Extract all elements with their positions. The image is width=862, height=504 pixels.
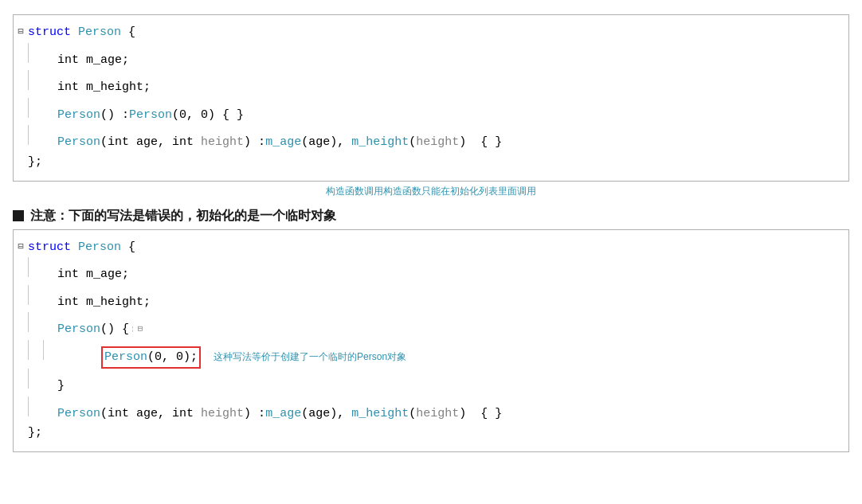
spacer-2-5 xyxy=(14,378,28,394)
keyword-struct-2: struct xyxy=(28,240,78,254)
person-constructor-2-1: Person xyxy=(57,322,100,336)
person-ref-2: Person xyxy=(104,350,147,364)
note-line: 注意：下面的写法是错误的，初始化的是一个临时对象 xyxy=(13,201,849,229)
age-param: age, xyxy=(129,135,172,149)
int-keyword-2-4: int xyxy=(172,407,194,420)
brace-open-2: { xyxy=(121,240,135,254)
m-height-init-2: m_height xyxy=(351,407,409,420)
person-constructor-2-2: Person xyxy=(57,407,100,420)
caption-1: 构造函数调用构造函数只能在初始化列表里面调用 xyxy=(13,182,849,201)
page-container: ⊟ struct Person { int m_age; int m_heigh… xyxy=(13,14,849,452)
highlighted-code: Person(0, 0); xyxy=(101,346,201,369)
ctor-body-2: ) { } xyxy=(459,135,502,149)
code-line-2-8: }; xyxy=(14,424,848,443)
height-param-2: height xyxy=(194,407,244,420)
closing-brace-1: }; xyxy=(28,155,42,169)
code-line-2-3: int m_height; xyxy=(14,285,848,313)
m-height-decl: m_height; xyxy=(79,80,151,94)
spacer-5 xyxy=(14,154,28,170)
m-age-init-2: m_age xyxy=(265,407,301,420)
m-age-decl: m_age; xyxy=(79,53,129,67)
code-line-1-3: int m_height; xyxy=(14,70,848,98)
call-args: (0, 0); xyxy=(147,350,198,364)
int-keyword-2-1: int xyxy=(57,268,79,281)
code-line-2-7: Person(int age, int height) :m_age(age),… xyxy=(14,397,848,424)
person-constructor-1: Person xyxy=(57,108,100,122)
code-line-1-6: }; xyxy=(14,153,848,173)
age-init-val-2: (age), xyxy=(301,407,351,420)
paren-open-2-1: ( xyxy=(100,407,108,420)
closing-brace-2: }; xyxy=(28,426,42,440)
spacer-2-3 xyxy=(14,322,28,338)
keyword-struct: struct xyxy=(28,25,78,39)
brace-open: { xyxy=(121,25,135,39)
age-param-2: age, xyxy=(129,407,172,420)
m-age-decl-2: m_age; xyxy=(79,268,129,281)
spacer-2-2 xyxy=(14,295,28,311)
colon-sep-2: ) : xyxy=(244,407,265,420)
int-keyword-4: int xyxy=(172,135,194,149)
int-keyword-2-2: int xyxy=(57,295,79,309)
note-text: 注意：下面的写法是错误的，初始化的是一个临时对象 xyxy=(30,208,336,225)
height-init-val: height xyxy=(416,135,459,149)
ctor-init-1: () : xyxy=(100,108,129,122)
spacer-2 xyxy=(14,80,28,96)
int-keyword-2-3: int xyxy=(108,407,129,420)
height-init-val-2: height xyxy=(416,407,459,420)
collapse-icon-2[interactable]: ⊟ xyxy=(14,240,28,256)
m-age-init: m_age xyxy=(265,135,301,149)
ctor-body-2-2: ) { } xyxy=(459,407,502,420)
m-height-decl-2: m_height; xyxy=(79,295,151,309)
ctor-body-1: (0, 0) { } xyxy=(172,108,244,122)
paren-open-2-2: ( xyxy=(409,407,416,420)
code-line-1-5: Person(int age, int height) :m_age(age),… xyxy=(14,125,848,153)
code-block-1: ⊟ struct Person { int m_age; int m_heigh… xyxy=(13,14,849,182)
caption-text-1: 构造函数调用构造函数只能在初始化列表里面调用 xyxy=(326,186,536,197)
int-keyword-2: int xyxy=(57,80,79,94)
height-param: height xyxy=(194,135,244,149)
inline-comment-1: 这种写法等价于创建了一个临时的Person对象 xyxy=(214,350,406,365)
person-ref-1: Person xyxy=(129,108,172,122)
spacer-2-6 xyxy=(14,406,28,422)
colon-sep: ) : xyxy=(244,135,265,149)
ctor-open-brace: () { xyxy=(100,322,129,336)
age-init-val: (age), xyxy=(301,135,351,149)
code-line-2-6: } xyxy=(14,369,848,397)
person-constructor-2: Person xyxy=(57,135,100,149)
code-line-1-1: ⊟ struct Person { xyxy=(14,23,848,43)
closing-brace-inner: } xyxy=(57,379,65,393)
sub-collapse-icon[interactable]: ⊟ xyxy=(133,322,147,336)
paren-open-1: ( xyxy=(100,135,108,149)
code-line-2-2: int m_age; xyxy=(14,257,848,285)
int-keyword-1: int xyxy=(57,53,79,67)
spacer-2-1 xyxy=(14,267,28,283)
code-line-2-1: ⊟ struct Person { xyxy=(14,238,848,258)
code-line-1-4: Person() :Person(0, 0) { } xyxy=(14,98,848,126)
spacer-2-7 xyxy=(14,425,28,441)
paren-open-2: ( xyxy=(409,135,416,149)
spacer-3 xyxy=(14,107,28,123)
collapse-icon-1[interactable]: ⊟ xyxy=(14,25,28,41)
class-person: Person xyxy=(78,25,121,39)
code-line-1-2: int m_age; xyxy=(14,43,848,71)
spacer-4 xyxy=(14,135,28,150)
code-line-2-4: Person() { ⊟ xyxy=(14,312,848,340)
code-block-2: ⊟ struct Person { int m_age; int m_heigh… xyxy=(13,229,849,453)
class-person-2: Person xyxy=(78,240,121,254)
spacer-1 xyxy=(14,53,28,68)
note-icon xyxy=(13,210,24,221)
spacer-2-4 xyxy=(14,350,28,365)
int-keyword-3: int xyxy=(108,135,129,149)
code-line-2-5: Person(0, 0); 这种写法等价于创建了一个临时的Person对象 xyxy=(14,340,848,369)
m-height-init: m_height xyxy=(351,135,409,149)
